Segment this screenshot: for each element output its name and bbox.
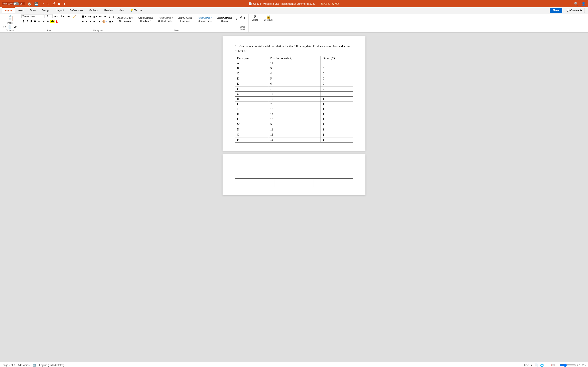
empty-cell-2	[274, 179, 314, 187]
print-button[interactable]: 🖨	[52, 2, 56, 6]
tab-home[interactable]: Home	[2, 7, 15, 13]
align-left-button[interactable]: ≡	[81, 20, 85, 24]
format-painter-button[interactable]: 🖌	[13, 25, 17, 29]
style-intense-label: Intense Emp...	[198, 20, 212, 22]
cell-r12-c2: 1	[321, 122, 353, 127]
change-case-button[interactable]: Aa	[66, 15, 71, 18]
bullets-button[interactable]: ☰▾	[81, 15, 87, 18]
undo-button[interactable]: ↩	[40, 2, 45, 6]
borders-button[interactable]: ⊞▾	[108, 20, 114, 24]
indent-button[interactable]: ⇥	[103, 15, 107, 18]
present-button[interactable]: ▶	[58, 2, 62, 6]
tab-insert[interactable]: Insert	[15, 7, 27, 13]
dictate-icon: 🎙	[253, 15, 257, 18]
style-heading7[interactable]: AaBbCcDdEe Heading 7	[136, 15, 155, 23]
sensitivity-group: 🔒 Sensitivity	[261, 14, 276, 32]
title-bar-right: 🔍 👤	[440, 2, 586, 6]
increase-font-button[interactable]: A▲	[53, 15, 59, 18]
shading-button[interactable]: 🎨▾	[101, 20, 108, 24]
font-size-input[interactable]	[44, 14, 53, 18]
decrease-font-button[interactable]: A▼	[60, 15, 66, 18]
zoom-controls: − + 158%	[557, 364, 586, 367]
paste-area: 📋 Paste ✂ 📄 🖌	[2, 14, 17, 29]
table-row: D50	[235, 76, 353, 81]
style-intense-emphasis[interactable]: AaBbCcDdEe Intense Emp...	[195, 15, 214, 23]
customize-button[interactable]: ▾	[63, 2, 66, 6]
clear-format-button[interactable]: 🧹	[72, 15, 77, 18]
tab-design[interactable]: Design	[39, 7, 53, 13]
align-right-button[interactable]: ≡	[89, 20, 92, 24]
subscript-button[interactable]: X₂	[37, 20, 41, 23]
tab-references[interactable]: References	[67, 7, 86, 13]
doc-file-icon: 📄	[249, 2, 252, 5]
sensitivity-button[interactable]: 🔒 Sensitivity	[263, 14, 274, 22]
strikethrough-button[interactable]: S	[33, 20, 37, 23]
cell-r8-c0: I	[235, 102, 268, 107]
tab-draw[interactable]: Draw	[27, 7, 39, 13]
align-center-button[interactable]: ≡	[85, 20, 88, 24]
text-effects-button[interactable]: A	[46, 20, 50, 23]
bold-button[interactable]: B	[21, 19, 26, 24]
cell-r4-c0: E	[235, 81, 268, 86]
cell-r6-c0: G	[235, 92, 268, 97]
autosave-label: AutoSave	[3, 2, 13, 5]
autosave-badge[interactable]: AutoSave OFF	[2, 2, 25, 5]
numbering-button[interactable]: ≡▾	[87, 15, 92, 18]
underline-button[interactable]: U	[29, 19, 33, 24]
font-color-button[interactable]: A	[55, 20, 59, 23]
table-row: J131	[235, 107, 353, 112]
multilevel-button[interactable]: ≣▾	[92, 15, 98, 18]
dictate-button[interactable]: 🎙 Dictate	[251, 14, 259, 22]
tab-view[interactable]: View	[116, 7, 127, 13]
search-button[interactable]: 🔍	[573, 2, 579, 6]
outdent-button[interactable]: ⇤	[98, 15, 103, 18]
print-layout-button[interactable]: 📄	[534, 364, 538, 367]
styles-pane-group: Aa── StylesPane	[236, 14, 249, 32]
cell-r13-c0: N	[235, 127, 268, 132]
highlight-button[interactable]: ab	[50, 20, 54, 23]
superscript-button[interactable]: X²	[42, 20, 46, 23]
style-strong[interactable]: AaBbCcDdEe Strong	[215, 15, 234, 23]
comments-button[interactable]: 💬 Comments	[564, 8, 585, 13]
redo-button[interactable]: ↪	[46, 2, 50, 6]
styles-pane-button[interactable]: Aa── StylesPane	[238, 14, 247, 31]
tab-layout[interactable]: Layout	[53, 7, 67, 13]
save-button[interactable]: 💾	[34, 2, 39, 6]
header-puzzles: Puzzles Solved (X)	[268, 56, 320, 61]
ribbon: Home Insert Draw Design Layout Reference…	[0, 7, 588, 33]
sort-button[interactable]: ⇅	[107, 15, 112, 18]
cell-r7-c2: 1	[321, 97, 353, 102]
tab-mailings[interactable]: Mailings	[86, 7, 102, 13]
style-no-spacing[interactable]: AaBbCcDdEe No Spacing	[115, 15, 135, 23]
style-subtle-emphasis[interactable]: AaBbCcDdEe Subtle Emph...	[156, 15, 175, 23]
focus-button[interactable]: Focus	[524, 364, 532, 367]
table-row: G120	[235, 92, 353, 97]
style-emphasis[interactable]: AaBbCcDdEe Emphasis	[176, 15, 194, 23]
line-spacing-button[interactable]: ↕▾	[96, 20, 101, 24]
paste-button[interactable]: 📋 Paste	[6, 14, 15, 25]
font-name-input[interactable]	[21, 14, 44, 18]
web-layout-button[interactable]: 🌐	[540, 364, 544, 367]
zoom-in-button[interactable]: +	[577, 364, 579, 367]
tab-review[interactable]: Review	[102, 7, 116, 13]
font-group: A▲ A▼ Aa 🧹 B I U S X₂ X² A ab A Font	[20, 14, 79, 32]
sensitivity-label: Sensitivity	[264, 19, 273, 21]
read-mode-button[interactable]: 📖	[551, 364, 555, 367]
table-row: K141	[235, 112, 353, 117]
justify-button[interactable]: ≡	[93, 20, 96, 24]
outline-view-button[interactable]: ☰	[546, 364, 549, 367]
cut-button[interactable]: ✂	[2, 25, 7, 29]
zoom-out-button[interactable]: −	[557, 364, 559, 367]
share-button[interactable]: Share	[550, 8, 562, 13]
user-button[interactable]: 👤	[581, 2, 586, 6]
tab-tellme[interactable]: 💡 Tell me	[127, 7, 145, 13]
style-no-spacing-preview: AaBbCcDdEe	[117, 16, 132, 19]
back-button[interactable]: 🏠	[26, 2, 32, 6]
italic-button[interactable]: I	[26, 19, 29, 24]
spell-check-icon[interactable]: 🔤	[33, 364, 36, 367]
styles-pane-label: StylesPane	[240, 26, 245, 30]
zoom-slider[interactable]	[560, 364, 576, 367]
autosave-toggle[interactable]	[13, 2, 19, 5]
cell-r14-c2: 1	[321, 132, 353, 137]
copy-button[interactable]: 📄	[7, 25, 12, 29]
